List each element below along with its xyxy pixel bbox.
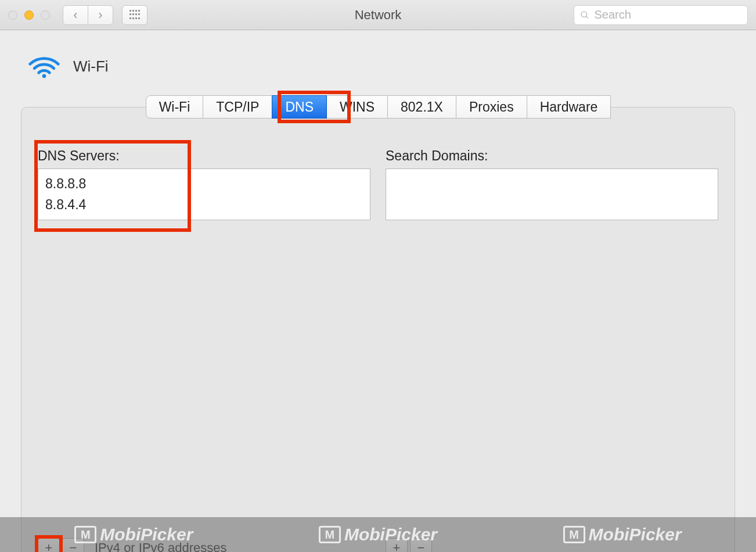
minus-icon: − [70, 540, 77, 552]
dns-server-row[interactable]: 8.8.8.8 [45, 174, 363, 195]
dns-servers-label: DNS Servers: [38, 148, 370, 164]
show-all-button[interactable] [122, 5, 147, 25]
search-domains-column: Search Domains: [386, 148, 718, 220]
interface-name: Wi-Fi [73, 58, 109, 76]
plus-icon: + [45, 540, 53, 552]
dns-servers-list[interactable]: 8.8.8.8 8.8.4.4 [38, 169, 370, 220]
search-domains-label: Search Domains: [386, 148, 718, 164]
chevron-right-icon: › [98, 8, 102, 23]
add-dns-server-button[interactable]: + [38, 538, 60, 552]
tab-dns[interactable]: DNS [272, 95, 327, 119]
nav-buttons: ‹ › [63, 5, 113, 25]
wifi-icon [27, 53, 62, 79]
tab-wins[interactable]: WINS [326, 95, 388, 119]
minus-icon: − [417, 540, 425, 552]
chevron-left-icon: ‹ [73, 8, 77, 23]
search-field-wrap[interactable] [574, 5, 748, 25]
tab-hardware[interactable]: Hardware [527, 95, 611, 119]
window-title: Network [355, 8, 402, 23]
tab-8021x[interactable]: 802.1X [387, 95, 456, 119]
back-button[interactable]: ‹ [63, 5, 88, 25]
search-icon [580, 10, 589, 20]
plus-icon: + [393, 540, 401, 552]
tab-proxies[interactable]: Proxies [456, 95, 527, 119]
dns-servers-column: DNS Servers: 8.8.8.8 8.8.4.4 [38, 148, 370, 220]
svg-point-2 [42, 74, 46, 78]
titlebar: ‹ › Network [0, 0, 756, 30]
search-domains-list[interactable] [386, 169, 718, 220]
tab-wifi[interactable]: Wi-Fi [146, 95, 204, 119]
search-input[interactable] [594, 8, 741, 21]
remove-search-domain-button[interactable]: − [410, 538, 432, 552]
dns-server-row[interactable]: 8.8.4.4 [45, 195, 363, 216]
content-area: Wi-Fi Wi-Fi TCP/IP DNS WINS 802.1X Proxi… [0, 30, 756, 552]
interface-header: Wi-Fi [27, 53, 735, 79]
panel-footer: + − IPv4 or IPv6 addresses + − [38, 536, 718, 552]
dns-servers-footer: + − IPv4 or IPv6 addresses [38, 536, 370, 552]
grid-icon [129, 10, 140, 20]
tab-strip: Wi-Fi TCP/IP DNS WINS 802.1X Proxies Har… [21, 95, 735, 119]
dns-panel: DNS Servers: 8.8.8.8 8.8.4.4 Search Doma… [21, 107, 735, 552]
forward-button[interactable]: › [88, 5, 113, 25]
svg-line-1 [586, 16, 588, 18]
dns-hint: IPv4 or IPv6 addresses [95, 540, 226, 552]
remove-dns-server-button[interactable]: − [62, 538, 84, 552]
window-controls [8, 10, 50, 20]
minimize-window-button[interactable] [24, 10, 34, 20]
add-search-domain-button[interactable]: + [386, 538, 408, 552]
tab-tcpip[interactable]: TCP/IP [203, 95, 272, 119]
close-window-button[interactable] [8, 10, 17, 20]
svg-point-0 [581, 11, 587, 17]
search-domains-footer: + − [386, 536, 718, 552]
zoom-window-button[interactable] [41, 10, 50, 20]
